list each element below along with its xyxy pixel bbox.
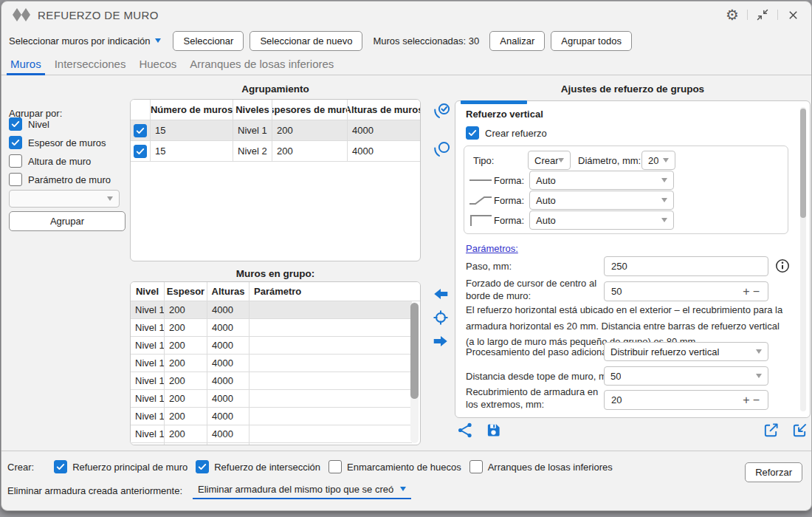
groupby-option-altura[interactable]: Altura de muro (9, 154, 91, 168)
delete-mode-dropdown[interactable]: Eliminar armadura del mismo tipo que se … (193, 482, 411, 499)
shape-label: Forma: (494, 215, 524, 226)
top-distance-dropdown[interactable]: 50 (604, 366, 768, 386)
save-settings-icon[interactable] (486, 422, 501, 438)
checkbox-checked-icon[interactable] (134, 145, 147, 158)
table-row[interactable]: Nivel 1 200 4000 (131, 319, 412, 337)
active-settings-tab-indicator[interactable] (461, 100, 527, 104)
checkbox-unchecked-icon[interactable] (9, 154, 22, 168)
table-row[interactable]: Nivel 1 200 4000 (131, 443, 412, 445)
table-row[interactable]: 15 Nivel 1 200 4000 (131, 120, 420, 141)
column-header[interactable]: Espesor (165, 282, 207, 301)
column-header[interactable]: Alturas (207, 282, 250, 301)
close-icon[interactable] (785, 7, 801, 23)
groupby-option-espesor[interactable]: Espesor de muros (9, 135, 106, 150)
selection-mode-dropdown[interactable]: Seleccionar muros por indicación (9, 35, 161, 47)
locate-wall-icon[interactable] (432, 309, 450, 329)
column-header[interactable]: Espesores de muros (272, 100, 348, 120)
snap-input[interactable]: + − (604, 281, 768, 301)
settings-gear-icon[interactable]: ⚙ (724, 7, 740, 23)
create-option-intersection-reinforcement[interactable]: Refuerzo de intersección (196, 460, 320, 473)
column-header[interactable]: Alturas de muros (348, 100, 420, 120)
table-row[interactable]: Nivel 1 200 4000 (131, 337, 412, 355)
import-settings-icon[interactable] (791, 422, 808, 439)
table-row[interactable]: Nivel 1 200 4000 (131, 390, 412, 408)
collapse-window-icon[interactable] (754, 7, 771, 23)
reselect-button[interactable]: Seleccionar de nuevo (250, 31, 362, 51)
column-header[interactable]: Parámetro (250, 282, 420, 301)
create-option-slab-starters[interactable]: Arranques de losas inferiores (469, 460, 613, 473)
export-settings-icon[interactable] (763, 422, 780, 439)
group-all-button[interactable]: Agrupar todos (551, 31, 632, 51)
table-row[interactable]: Nivel 1 200 4000 (131, 372, 412, 390)
shape-dropdown-l[interactable]: Auto (529, 210, 674, 230)
table-cell: 4000 (348, 120, 420, 140)
column-header[interactable]: Nivel (131, 282, 165, 301)
cover-input[interactable]: + − (604, 390, 768, 410)
group-button[interactable]: Agrupar (9, 211, 125, 231)
create-reinforcement-checkbox[interactable]: Crear refuerzo (466, 126, 547, 140)
move-wall-in-icon[interactable] (432, 332, 450, 352)
column-header[interactable]: Número de muros (151, 100, 233, 120)
groupby-option-nivel[interactable]: Nivel (9, 117, 49, 131)
diameter-dropdown[interactable]: 20 (641, 151, 675, 170)
table-row[interactable]: Nivel 1 200 4000 (131, 355, 412, 372)
info-icon[interactable] (775, 258, 790, 273)
shape-dropdown-z[interactable]: Auto (529, 191, 674, 210)
tab-intersecciones[interactable]: Intersecciones (48, 53, 133, 75)
checkbox-unchecked-icon[interactable] (469, 460, 483, 473)
select-all-groups-icon[interactable] (433, 102, 452, 123)
cover-input-field[interactable] (611, 394, 741, 405)
type-value: Crear (534, 155, 558, 166)
checkbox-checked-icon[interactable] (9, 136, 22, 149)
walls-table: Nivel Espesor Alturas Parámetro Nivel 1 … (130, 281, 421, 445)
top-distance-value: 50 (610, 371, 621, 382)
wall-parameter-select[interactable] (9, 190, 120, 208)
scrollbar-thumb[interactable] (410, 303, 419, 399)
create-option-main-reinforcement[interactable]: Refuerzo principal de muro (54, 460, 187, 473)
reinforce-button[interactable]: Reforzar (745, 462, 802, 482)
chevron-down-icon (558, 158, 564, 162)
checkbox-unchecked-icon[interactable] (328, 460, 342, 473)
extra-step-dropdown[interactable]: Distribuir refuerzo vertical (604, 342, 768, 361)
scrollbar-thumb[interactable] (800, 109, 806, 218)
table-row[interactable]: Nivel 1 200 4000 (131, 408, 412, 425)
shape-dropdown-straight[interactable]: Auto (529, 171, 674, 190)
checkbox-checked-icon[interactable] (54, 460, 67, 473)
parameters-link[interactable]: Parámetros: (466, 243, 518, 254)
groupby-option-parametro[interactable]: Parámetro de muro (9, 172, 111, 187)
type-dropdown[interactable]: Crear (528, 151, 571, 170)
increment-icon[interactable]: + (741, 394, 751, 406)
table-cell: 200 (165, 390, 207, 407)
deselect-all-groups-icon[interactable] (433, 140, 452, 162)
checkbox-checked-icon[interactable] (196, 460, 209, 473)
table-row[interactable]: 15 Nivel 2 200 4000 (131, 141, 420, 162)
checkbox-checked-icon[interactable] (134, 124, 147, 137)
tab-muros[interactable]: Muros (4, 53, 48, 75)
tab-arranques[interactable]: Arranques de losas inferiores (183, 53, 340, 75)
option-label: Altura de muro (28, 156, 91, 167)
checkbox-checked-icon[interactable] (9, 117, 22, 131)
table-cell (250, 301, 412, 318)
snap-input-field[interactable] (611, 286, 741, 297)
step-input[interactable] (604, 256, 768, 276)
settings-scrollbar[interactable] (800, 107, 806, 411)
decrement-icon[interactable]: − (751, 286, 761, 298)
table-row[interactable]: Nivel 1 200 4000 (131, 425, 412, 443)
tab-huecos[interactable]: Huecos (132, 53, 183, 75)
titlebar-divider (777, 10, 778, 20)
step-input-field[interactable] (611, 261, 761, 272)
select-button[interactable]: Seleccionar (173, 31, 244, 51)
checkbox-checked-icon[interactable] (466, 126, 479, 140)
analyze-button[interactable]: Analizar (489, 31, 545, 51)
create-option-opening-framing[interactable]: Enmarcamiento de huecos (328, 460, 461, 473)
move-wall-out-icon[interactable] (432, 285, 450, 305)
table-row[interactable]: Nivel 1 200 4000 (131, 301, 412, 319)
walls-table-scrollbar[interactable] (410, 302, 419, 443)
increment-icon[interactable]: + (741, 286, 751, 298)
share-settings-icon[interactable] (457, 422, 474, 439)
delete-mode-value: Eliminar armadura del mismo tipo que se … (198, 484, 393, 495)
checkbox-unchecked-icon[interactable] (9, 173, 22, 186)
decrement-icon[interactable]: − (751, 394, 761, 406)
column-header[interactable]: Niveles (233, 100, 272, 120)
table-cell: Nivel 1 (131, 408, 165, 425)
